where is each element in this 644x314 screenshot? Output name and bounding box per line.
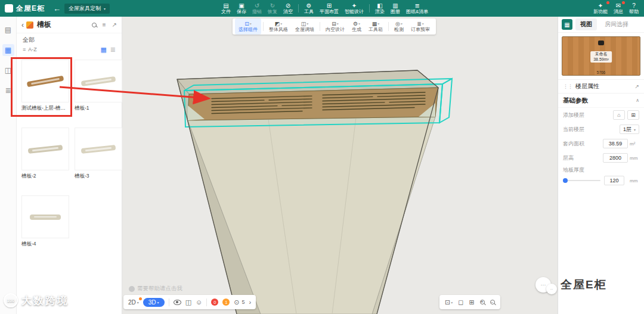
redo-button[interactable]: ↻ 恢复: [265, 0, 280, 17]
basic-params-title: 基础参数: [563, 97, 636, 105]
fit-screen-button[interactable]: ⊞: [469, 299, 474, 306]
2d-mode-button[interactable]: 2D ▾: [128, 299, 139, 306]
select-component-icon: ⊡: [244, 21, 249, 27]
catalog-back-button[interactable]: ‹: [21, 21, 24, 29]
wall-adjust-button[interactable]: ◫▾ 全屋调墙: [292, 18, 318, 35]
chevron-down-icon: ▾: [377, 21, 379, 27]
3d-mode-button[interactable]: 3D ▾: [143, 298, 165, 307]
overall-style-button[interactable]: ◩▾ 整体风格: [265, 18, 292, 35]
clear-button[interactable]: ⊘ 清空: [280, 0, 296, 17]
chat-bubble-icon: ··: [546, 284, 557, 294]
toolbar-divider: [369, 4, 370, 13]
catalog-item[interactable]: 槽板-4: [21, 195, 69, 248]
watermark-bottom-left: 100 大数跨境: [4, 293, 69, 307]
detect-button[interactable]: ◎▾ 检测: [391, 18, 407, 35]
smart-design-button[interactable]: ✦ 智能设计: [342, 0, 367, 17]
tab-room-select[interactable]: 房间选择: [600, 18, 633, 30]
floor-properties-section[interactable]: ⋮⋮ 楼层属性 ↗: [558, 79, 644, 94]
room-name: 未命名: [593, 52, 609, 57]
catalog-item[interactable]: 槽板-2: [21, 128, 69, 180]
current-floor-select[interactable]: 1层 ▾: [620, 125, 639, 134]
collapse-group-icon[interactable]: ≡: [23, 46, 26, 52]
detect-icon: ◎: [395, 21, 400, 27]
new-features-button[interactable]: ✦ 新功能: [590, 0, 611, 17]
chevron-down-icon: ▾: [104, 7, 106, 11]
camera-view-button[interactable]: ⊡▾: [445, 299, 453, 306]
save-button[interactable]: ▣ 保存: [234, 0, 249, 17]
frame-select-button[interactable]: ◻: [458, 299, 463, 306]
warning-badge[interactable]: 1: [222, 299, 230, 306]
basic-params-section[interactable]: 基础参数 ∧: [558, 94, 644, 108]
select-component-button[interactable]: ⊡▾ 选择组件: [235, 18, 261, 35]
file-button[interactable]: ▤ 文件: [218, 0, 234, 17]
groove-panel-image: [81, 144, 116, 153]
tools-icon: ⚙: [306, 2, 312, 9]
thickness-slider-knob[interactable]: [563, 178, 568, 183]
chevron-down-icon: ▾: [451, 300, 453, 304]
order-review-button[interactable]: ≣▾ 订单预审: [407, 18, 434, 35]
floorplan-button[interactable]: ⊞ 平面布置: [317, 0, 342, 17]
error-badge[interactable]: 0: [211, 299, 218, 306]
sort-icon[interactable]: ≡: [103, 21, 106, 28]
messages-button[interactable]: ✉ 消息: [611, 0, 626, 17]
material-library-icon[interactable]: ◫: [2, 64, 14, 76]
redo-icon: ↻: [270, 2, 275, 9]
undo-button[interactable]: ↺ 撤销: [249, 0, 265, 17]
cabinet-library-icon[interactable]: ▦: [2, 44, 14, 56]
tab-view[interactable]: 视图: [575, 18, 597, 30]
render-icon: ◧: [377, 2, 382, 9]
expand-badges-icon[interactable]: ›: [249, 299, 252, 306]
minimap-icon[interactable]: ◫: [185, 299, 191, 306]
album-button[interactable]: ▥ 图册: [388, 0, 403, 17]
zoom-in-button[interactable]: +: [480, 300, 485, 304]
chevron-up-icon: ∧: [636, 98, 639, 103]
thickness-slider-row: 120 mm: [558, 175, 644, 186]
visibility-icon[interactable]: [174, 300, 181, 305]
catalog-item-label: 槽板-3: [75, 173, 122, 180]
catalog-item-label: 槽板-1: [75, 105, 122, 112]
thickness-slider[interactable]: [563, 180, 600, 181]
watermark-right-text: 全屋E柜: [561, 277, 607, 293]
room-tool-icon[interactable]: ▦: [562, 19, 572, 30]
search-icon[interactable]: [92, 23, 97, 27]
furniture-library-icon[interactable]: ▤: [2, 24, 14, 36]
tools-button[interactable]: ⚙ 工具: [301, 0, 317, 17]
catalog-item[interactable]: 槽板-3: [75, 128, 122, 180]
generate-button[interactable]: ⚙▾ 生成: [348, 18, 365, 35]
floor-height-field[interactable]: 2800: [603, 153, 628, 163]
zoom-out-button[interactable]: -: [490, 300, 495, 304]
grid-view-icon[interactable]: ▦: [100, 46, 106, 54]
add-floor-up-button[interactable]: ⌂: [613, 110, 625, 120]
list-view-icon[interactable]: ≣: [110, 46, 116, 54]
add-floor-down-button[interactable]: ⊞: [627, 110, 639, 120]
expand-panel-icon[interactable]: ↗: [112, 21, 117, 28]
catalog-item[interactable]: 测试槽板-上层-槽板类: [21, 60, 69, 112]
catalog-header: ‹ 槽板 ≡ ↗: [17, 17, 122, 33]
file-icon: ▤: [223, 2, 228, 9]
floorplan-preview[interactable]: 未命名 38.59m² 5766: [562, 36, 640, 76]
filter-all[interactable]: 全部: [17, 33, 122, 44]
component-library-icon[interactable]: ≣: [2, 85, 14, 97]
thickness-field[interactable]: 120: [604, 176, 624, 185]
toolbox-button[interactable]: ▦▾ 工具箱: [365, 18, 386, 35]
toolbar-divider: [298, 4, 299, 13]
mode-toolbar: ⊡▾ 选择组件 ◩▾ 整体风格 ◫▾ 全屋调墙 ⊟▾ 内空设计 ⚙▾ 生成 ▦▾…: [233, 18, 436, 35]
workspace-select[interactable]: 全屋家具定制 ▾: [64, 4, 110, 14]
catalog-item[interactable]: 槽板-1: [75, 60, 122, 112]
roam-icon[interactable]: ☺: [196, 299, 202, 306]
floor-height-unit: mm: [630, 156, 639, 161]
interior-design-button[interactable]: ⊟▾ 内空设计: [322, 18, 348, 35]
render-button[interactable]: ◧ 渲染: [372, 0, 388, 17]
viewport-nav-toolbar: ⊡▾ ◻ ⊞ + -: [439, 295, 500, 309]
3d-viewport[interactable]: [122, 17, 558, 314]
expand-section-icon[interactable]: ↗: [634, 83, 639, 89]
area-value-field[interactable]: 38.59: [603, 139, 628, 148]
toolbar-divider: [169, 299, 169, 306]
back-button[interactable]: ←: [49, 4, 64, 13]
save-icon: ▣: [239, 2, 244, 9]
help-button[interactable]: ? 帮助: [626, 0, 642, 17]
drawings-list-button[interactable]: ≣ 图纸&清单: [403, 0, 431, 17]
chevron-down-icon: ▾: [250, 21, 252, 27]
help-tip[interactable]: 需要帮助请点击我: [129, 285, 182, 293]
target-icon[interactable]: ⊙: [234, 299, 239, 306]
